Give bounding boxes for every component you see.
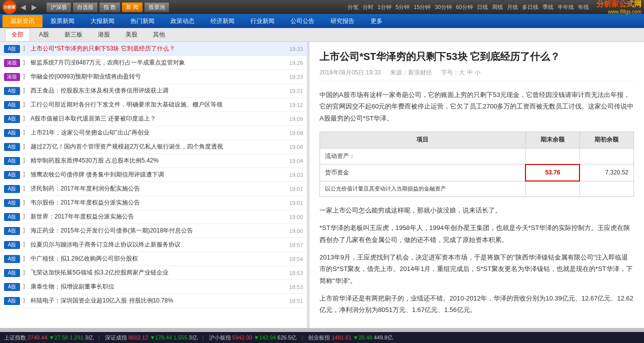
cat-xinsan[interactable]: 新三板 xyxy=(58,28,89,41)
time-yearly[interactable]: 年线 xyxy=(578,4,589,11)
time-weekly[interactable]: 周线 xyxy=(492,4,503,11)
badge-a: A股 xyxy=(4,143,20,151)
news-title[interactable]: 拉夏贝尔与蹦涉电子商务订立终止协议以终止新服务协议 xyxy=(30,240,286,249)
cat-us[interactable]: 美股 xyxy=(119,28,144,41)
time-30min[interactable]: 30分钟 xyxy=(435,4,452,11)
tab-more[interactable]: 更多 xyxy=(362,15,390,28)
time-options: 分笔 分时 1分钟 5分钟 15分钟 30分钟 60分钟 日线 周线 月线 多日… xyxy=(348,4,589,11)
news-item[interactable]: A股 】 济民制药：2017年年度利润分配实施公告 19:01 xyxy=(0,182,307,196)
time-monthly[interactable]: 月线 xyxy=(507,4,518,11)
article-fontsize[interactable]: 字号：大 中 小 xyxy=(441,69,480,76)
article-para-4: 2013年9月，王应虎找到了机会，决定进军资本市场，于是将旗下的"陕西华泽镍钴金… xyxy=(320,252,634,286)
badge-a: A股 xyxy=(4,241,20,249)
news-title[interactable]: 科陆电子：深圳国资企业超10亿入股 持股比例10.78% xyxy=(30,296,286,305)
news-title[interactable]: 新世界：2017年年度权益分派实施公告 xyxy=(30,212,286,221)
badge-a: A股 xyxy=(4,213,20,221)
news-time: 18:53 xyxy=(289,270,303,276)
tab-jingji[interactable]: 经济新闻 xyxy=(202,15,242,28)
news-item[interactable]: A股 】 康泰生物：拟增设副董事长职位 18:53 xyxy=(0,280,307,294)
news-item[interactable]: A股 】 上市公司*ST华泽穷的只剩下53块 它到底经历了什么？ 19:33 xyxy=(0,42,307,56)
cat-a[interactable]: A股 xyxy=(32,28,56,41)
news-item[interactable]: A股 】 拉夏贝尔与蹦涉电子商务订立终止协议以终止新服务协议 18:57 xyxy=(0,238,307,252)
news-title[interactable]: 飞荣达加快拓展5G领域 拟3.2亿控股两家产业链企业 xyxy=(30,268,286,277)
news-time: 18:54 xyxy=(289,256,303,262)
tab-gupiao[interactable]: 股票新闻 xyxy=(42,15,82,28)
menu-gupiaochi[interactable]: 股票池 xyxy=(144,2,170,12)
news-title[interactable]: 上市21年，这家公司坐拥金山却"出山"再创业 xyxy=(30,128,286,137)
time-multiday[interactable]: 多日线 xyxy=(522,4,538,11)
cat-hk[interactable]: 港股 xyxy=(92,28,116,41)
news-time: 19:01 xyxy=(289,200,303,206)
news-item[interactable]: A股 】 越过2万亿！国内首个管理资产规模超2万亿私人银行诞生，四个角度透视 1… xyxy=(0,140,307,154)
forward-btn[interactable]: ▶ xyxy=(30,3,38,11)
news-item[interactable]: 港股 】 华融金控(00993)预期中期业绩将由盈转亏 19:23 xyxy=(0,70,307,84)
cell-liudong: 流动资产： xyxy=(320,148,526,164)
cat-other[interactable]: 其他 xyxy=(146,28,172,41)
news-title[interactable]: 华融金控(00993)预期中期业绩将由盈转亏 xyxy=(30,72,286,81)
news-item[interactable]: A股 】 飞荣达加快拓展5G领域 拟3.2亿控股两家产业链企业 18:53 xyxy=(0,266,307,280)
news-title[interactable]: 西王食品：控股股东主体及相关债券信用评级获上调 xyxy=(30,86,286,95)
news-item[interactable]: 港股 】 银监系统7月罚没8487万元，农商行占一半成重点监管对象 19:26 xyxy=(0,56,307,70)
time-fenbi[interactable]: 分笔 xyxy=(348,4,358,11)
badge-hk: 港股 xyxy=(4,59,20,67)
badge-hk: 港股 xyxy=(4,73,20,81)
news-title[interactable]: 雏鹰农牧公司债停牌 债务集中到期信用评级遭下调 xyxy=(30,170,286,179)
col-header-start: 期初余额 xyxy=(580,132,634,148)
news-time: 19:03 xyxy=(289,172,303,178)
news-title[interactable]: 精华制药股东质押4530万股 占总股本比例5.42% xyxy=(30,156,286,165)
menu-zixuansgu[interactable]: 自选股 xyxy=(72,2,98,12)
news-item[interactable]: A股 】 新世界：2017年年度权益分派实施公告 19:00 xyxy=(0,210,307,224)
news-item[interactable]: A股 】 精华制药股东质押4530万股 占总股本比例5.42% 19:04 xyxy=(0,154,307,168)
tab-zuixin[interactable]: 最新资讯 xyxy=(2,15,42,28)
tab-hangye[interactable]: 行业新闻 xyxy=(242,15,282,28)
news-title[interactable]: 海正药业：2015年公开发行公司债券(第一期)2018年付息公告 xyxy=(30,226,286,235)
news-item[interactable]: A股 】 韦尔股份：2017年年度权益分派实施公告 19:01 xyxy=(0,196,307,210)
table-row: 以公允价值计量且其变动计入当期损益的金融资产 xyxy=(320,181,634,196)
badge-a: A股 xyxy=(4,199,20,207)
news-title[interactable]: 银监系统7月罚没8487万元，农商行占一半成重点监管对象 xyxy=(30,58,286,67)
back-btn[interactable]: ◀ xyxy=(19,3,28,11)
logo[interactable]: 分析家 xyxy=(2,0,16,14)
news-item[interactable]: A股 】 科陆电子：深圳国资企业超10亿入股 持股比例10.78% 18:51 xyxy=(0,294,307,308)
menu-xinwen[interactable]: 新 闻 xyxy=(122,2,143,12)
news-item[interactable]: A股 】 中广核技：拟1.28亿收购两公司部分股权 18:54 xyxy=(0,252,307,266)
article-title: 上市公司*ST华泽穷的只剩下53块 它到底经历了什么？ xyxy=(320,50,634,64)
news-title[interactable]: 韦尔股份：2017年年度权益分派实施公告 xyxy=(30,198,286,207)
tab-yanjiu[interactable]: 研究报告 xyxy=(322,15,362,28)
news-item[interactable]: A股 】 海正药业：2015年公开发行公司债券(第一期)2018年付息公告 19… xyxy=(0,224,307,238)
tab-remen[interactable]: 热门新闻 xyxy=(122,15,162,28)
table-row: 流动资产： xyxy=(320,148,634,164)
time-1min[interactable]: 1分钟 xyxy=(378,4,392,11)
time-60min[interactable]: 60分钟 xyxy=(456,4,473,11)
news-title[interactable]: 济民制药：2017年年度利润分配实施公告 xyxy=(30,184,286,193)
article-para-3: *ST华泽的老板叫王应虎，1958年人，1994年创办星王集团，也就是今天*ST… xyxy=(320,222,634,246)
news-title[interactable]: 越过2万亿！国内首个管理资产规模超2万亿私人银行诞生，四个角度透视 xyxy=(30,142,286,151)
menu-zhishu[interactable]: 指 数 xyxy=(99,2,120,12)
time-quarterly[interactable]: 季线 xyxy=(542,4,554,11)
news-time: 19:00 xyxy=(289,214,303,220)
badge-a: A股 xyxy=(4,255,20,263)
news-title[interactable]: 上市公司*ST华泽穷的只剩下53块 它到底经历了什么？ xyxy=(30,44,286,53)
time-daily[interactable]: 日线 xyxy=(477,4,488,11)
news-item[interactable]: A股 】 工行公司部近期对各分行下发文件，明确要求加大基础设施、棚户区等领 19… xyxy=(0,98,307,112)
news-item[interactable]: A股 】 上市21年，这家公司坐拥金山却"出山"再创业 19:08 xyxy=(0,126,307,140)
tab-dabao[interactable]: 大报新闻 xyxy=(82,15,122,28)
news-item[interactable]: A股 】 雏鹰农牧公司债停牌 债务集中到期信用评级遭下调 19:03 xyxy=(0,168,307,182)
news-title[interactable]: 中广核技：拟1.28亿收购两公司部分股权 xyxy=(30,254,286,263)
news-title[interactable]: 康泰生物：拟增设副董事长职位 xyxy=(30,282,286,291)
time-15min[interactable]: 15分钟 xyxy=(414,4,430,11)
news-title[interactable]: 工行公司部近期对各分行下发文件，明确要求加大基础设施、棚户区等领 xyxy=(30,100,286,109)
cat-all[interactable]: 全部 xyxy=(5,28,30,41)
tab-zhengce[interactable]: 政策动态 xyxy=(162,15,202,28)
brand-name: 分析家公式网 xyxy=(596,0,642,9)
menu-hushensgu[interactable]: 沪深股 xyxy=(46,2,72,12)
news-item[interactable]: A股 】 西王食品：控股股东主体及相关债券信用评级获上调 19:21 xyxy=(0,84,307,98)
news-item[interactable]: A股 】 A股市值被日本取代退居第三 还要被印度追上？ 19:09 xyxy=(0,112,307,126)
tab-gonggao[interactable]: 公司公告 xyxy=(282,15,322,28)
time-fenshi[interactable]: 分时 xyxy=(362,4,374,11)
news-title[interactable]: A股市值被日本取代退居第三 还要被印度追上？ xyxy=(30,114,286,123)
article-panel: 上市公司*ST华泽穷的只剩下53块 它到底经历了什么？ 2018年08月05日 … xyxy=(310,42,644,328)
time-halfyear[interactable]: 半年线 xyxy=(558,4,574,11)
time-5min[interactable]: 5分钟 xyxy=(396,4,410,11)
article-para-5: 上市前华泽还是有两把刷子的，业绩还不错。2010-2012年，华泽的营收分别为1… xyxy=(320,292,634,316)
